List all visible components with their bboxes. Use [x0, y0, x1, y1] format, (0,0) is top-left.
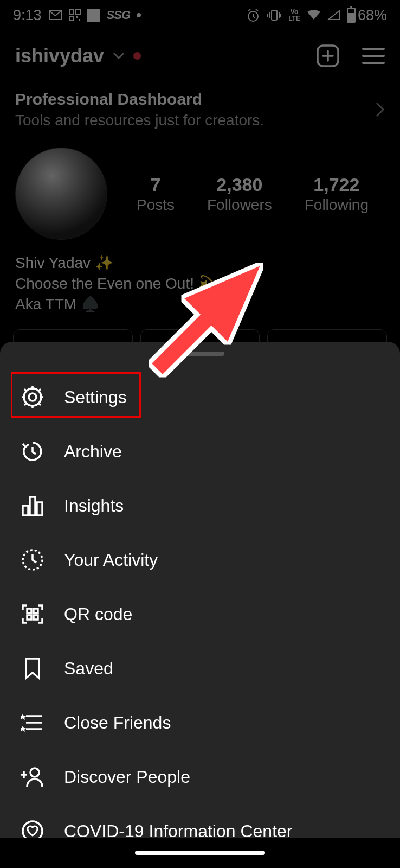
menu-item-settings[interactable]: Settings [0, 370, 400, 424]
menu-item-saved[interactable]: Saved [0, 641, 400, 695]
svg-rect-1 [76, 10, 80, 14]
menu-label: Settings [64, 387, 127, 407]
svg-point-20 [30, 768, 39, 777]
qr-code-icon [20, 601, 46, 627]
notification-dot-icon [137, 13, 141, 17]
svg-rect-12 [37, 502, 42, 515]
svg-rect-14 [27, 609, 31, 613]
qr-status-icon [69, 9, 81, 21]
svg-rect-15 [34, 609, 38, 613]
svg-rect-10 [23, 506, 28, 515]
volte-icon: Vo LTE [288, 9, 300, 22]
followers-stat[interactable]: 2,380 Followers [207, 174, 272, 214]
dashboard-subtitle: Tools and resources just for creators. [15, 112, 264, 129]
gear-icon [20, 384, 46, 410]
close-friends-icon [20, 710, 46, 736]
menu-item-your-activity[interactable]: Your Activity [0, 533, 400, 587]
avatar[interactable] [15, 148, 107, 240]
app-status-icon [87, 9, 100, 22]
activity-icon [20, 547, 46, 573]
hamburger-icon [362, 47, 385, 65]
svg-rect-6 [272, 10, 277, 20]
signal-icon [327, 10, 340, 21]
chevron-down-icon [113, 52, 125, 60]
username-dropdown[interactable]: ishivydav [15, 44, 141, 67]
svg-point-5 [248, 11, 258, 21]
svg-point-9 [29, 393, 36, 401]
notification-dot-icon [133, 52, 141, 60]
menu-item-close-friends[interactable]: Close Friends [0, 695, 400, 750]
clock-text: 9:13 [13, 7, 42, 24]
plus-square-icon [315, 43, 340, 68]
svg-marker-18 [21, 714, 26, 720]
status-bar: 9:13 SSG Vo LTE [0, 0, 400, 30]
archive-icon [20, 438, 46, 464]
username-text: ishivydav [15, 44, 104, 67]
create-button[interactable] [315, 43, 340, 68]
menu-label: Insights [64, 496, 124, 516]
sheet-drag-handle[interactable] [176, 352, 224, 356]
bio: Shiv Yadav ✨ Choose the Even one Out! 💫 … [0, 240, 400, 323]
bio-line: Aka TTM ♠️ [15, 294, 385, 315]
menu-label: Close Friends [64, 713, 171, 733]
menu-item-insights[interactable]: Insights [0, 478, 400, 533]
options-bottom-sheet: Settings Archive Insights Your Activity [0, 342, 400, 838]
menu-item-archive[interactable]: Archive [0, 424, 400, 478]
svg-rect-2 [69, 16, 74, 21]
professional-dashboard-row[interactable]: Professional Dashboard Tools and resourc… [0, 77, 400, 142]
svg-marker-19 [21, 726, 26, 732]
menu-label: Saved [64, 659, 113, 679]
svg-rect-16 [27, 615, 31, 620]
home-indicator[interactable] [135, 851, 265, 855]
menu-label: Archive [64, 442, 122, 462]
bio-line: Choose the Even one Out! 💫 [15, 273, 385, 294]
svg-rect-0 [69, 10, 74, 14]
battery-icon [347, 8, 356, 23]
menu-label: Your Activity [64, 550, 158, 570]
svg-rect-3 [76, 16, 78, 18]
wifi-icon [307, 10, 321, 21]
system-nav-bar [0, 838, 400, 868]
following-stat[interactable]: 1,722 Following [305, 174, 369, 214]
vibrate-icon [267, 9, 282, 21]
posts-stat[interactable]: 7 Posts [137, 174, 175, 214]
discover-people-icon [20, 764, 46, 790]
menu-label: QR code [64, 604, 132, 624]
menu-item-discover-people[interactable]: Discover People [0, 750, 400, 804]
alarm-icon [246, 8, 260, 22]
ssg-text: SSG [107, 8, 130, 22]
bookmark-icon [20, 655, 46, 681]
menu-label: Discover People [64, 767, 190, 787]
svg-rect-17 [34, 615, 38, 620]
dashboard-title: Professional Dashboard [15, 90, 264, 108]
svg-rect-11 [30, 497, 35, 515]
battery-text: 68% [358, 7, 387, 24]
gmail-icon [48, 10, 62, 21]
chevron-right-icon [375, 101, 385, 118]
display-name: Shiv Yadav ✨ [15, 253, 385, 273]
bar-chart-icon [20, 493, 46, 519]
svg-rect-7 [318, 46, 338, 66]
menu-item-qr-code[interactable]: QR code [0, 587, 400, 641]
svg-rect-4 [79, 19, 80, 21]
hamburger-menu-button[interactable] [362, 47, 385, 65]
